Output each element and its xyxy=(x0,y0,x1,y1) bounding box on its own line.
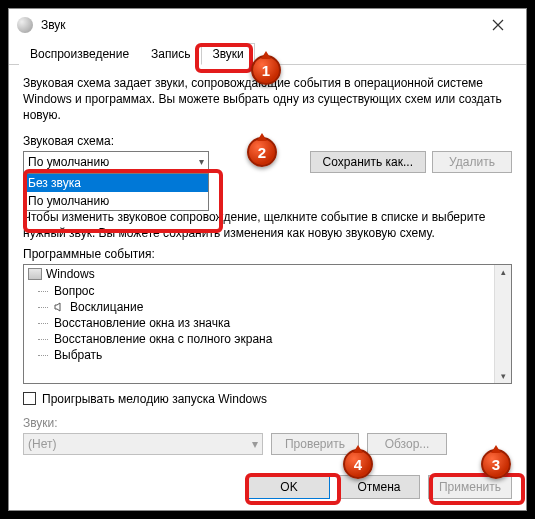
sound-dialog: Звук Воспроизведение Запись Звуки Звуков… xyxy=(8,8,527,511)
event-label: Восстановление окна с полного экрана xyxy=(54,332,272,346)
event-item[interactable]: Восклицание xyxy=(24,299,511,315)
scrollbar[interactable]: ▴ ▾ xyxy=(494,265,511,383)
speaker-icon xyxy=(54,301,66,313)
event-root[interactable]: Windows xyxy=(24,265,511,283)
event-item[interactable]: Восстановление окна с полного экрана xyxy=(24,331,511,347)
step-badge-2: 2 xyxy=(247,137,277,167)
titlebar: Звук xyxy=(9,9,526,41)
tab-playback[interactable]: Воспроизведение xyxy=(19,43,140,65)
startup-sound-label: Проигрывать мелодию запуска Windows xyxy=(42,392,267,406)
dialog-button-row: OK Отмена Применить xyxy=(9,465,526,505)
scheme-selected-value: По умолчанию xyxy=(28,155,109,169)
step-badge-3: 3 xyxy=(481,449,511,479)
chevron-down-icon: ▾ xyxy=(252,437,258,451)
chevron-down-icon: ▾ xyxy=(199,156,204,167)
close-icon xyxy=(492,19,504,31)
event-item[interactable]: Выбрать xyxy=(24,347,511,363)
window-title: Звук xyxy=(41,18,478,32)
scheme-option-default[interactable]: По умолчанию xyxy=(24,192,208,210)
cancel-button[interactable]: Отмена xyxy=(338,475,420,499)
events-label: Программные события: xyxy=(23,247,512,261)
scheme-combobox[interactable]: По умолчанию ▾ xyxy=(23,151,209,173)
event-label: Выбрать xyxy=(54,348,102,362)
windows-icon xyxy=(28,268,42,280)
events-listbox[interactable]: Windows Вопрос Восклицание Восстановлени… xyxy=(23,264,512,384)
scheme-combo-container: По умолчанию ▾ Без звука По умолчанию xyxy=(23,151,209,173)
close-button[interactable] xyxy=(478,11,518,39)
step-badge-1: 1 xyxy=(251,55,281,85)
test-button: Проверить xyxy=(271,433,359,455)
sounds-combobox: (Нет) ▾ xyxy=(23,433,263,455)
event-label: Восстановление окна из значка xyxy=(54,316,230,330)
scroll-down-icon: ▾ xyxy=(501,369,506,383)
ok-button[interactable]: OK xyxy=(248,475,330,499)
canvas: Звук Воспроизведение Запись Звуки Звуков… xyxy=(0,0,535,519)
browse-button: Обзор... xyxy=(367,433,447,455)
event-root-label: Windows xyxy=(46,267,95,281)
event-item[interactable]: Восстановление окна из значка xyxy=(24,315,511,331)
event-label: Вопрос xyxy=(54,284,95,298)
event-item[interactable]: Вопрос xyxy=(24,283,511,299)
scheme-dropdown-list: Без звука По умолчанию xyxy=(23,173,209,211)
event-label: Восклицание xyxy=(70,300,143,314)
app-icon xyxy=(17,17,33,33)
tab-content: Звуковая схема задает звуки, сопровождаю… xyxy=(9,65,526,465)
startup-sound-checkbox[interactable] xyxy=(23,392,36,405)
scroll-up-icon: ▴ xyxy=(501,265,506,279)
sounds-label: Звуки: xyxy=(23,416,512,430)
tab-sounds[interactable]: Звуки xyxy=(201,43,254,65)
tab-recording[interactable]: Запись xyxy=(140,43,201,65)
sounds-value: (Нет) xyxy=(28,437,56,451)
save-as-button[interactable]: Сохранить как... xyxy=(310,151,426,173)
delete-button: Удалить xyxy=(432,151,512,173)
step-badge-4: 4 xyxy=(343,449,373,479)
scheme-option-none[interactable]: Без звука xyxy=(24,174,208,192)
hint-text: Чтобы изменить звуковое сопровождение, щ… xyxy=(23,209,512,241)
